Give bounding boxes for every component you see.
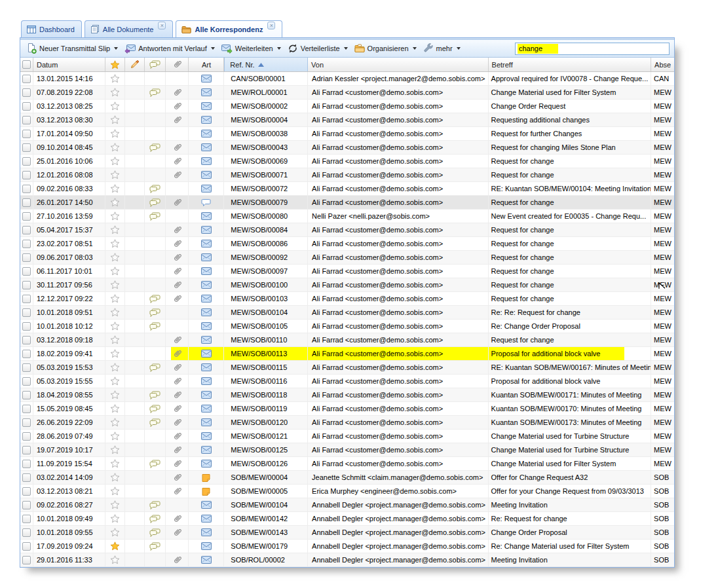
row-checkbox[interactable] (22, 391, 31, 399)
tab-close-icon[interactable]: × (267, 22, 275, 29)
table-row[interactable]: 13.01.2015 14:16CAN/SOB/00001Adrian Kess… (20, 72, 674, 86)
table-row[interactable]: 10.01.2018 10:12MEW/SOB/00105Ali Farrad … (20, 320, 674, 333)
select-all-checkbox[interactable] (22, 60, 31, 69)
row-checkbox[interactable] (22, 528, 31, 537)
row-checkbox[interactable] (22, 226, 31, 234)
row-checkbox[interactable] (22, 350, 31, 358)
star-outline-icon[interactable] (110, 363, 120, 372)
row-checkbox[interactable] (22, 267, 31, 276)
star-outline-icon[interactable] (110, 239, 120, 248)
neuer-transmittal-slip-button[interactable]: Neuer Transmittal Slip (23, 42, 121, 55)
star-outline-icon[interactable] (110, 156, 120, 166)
star-outline-icon[interactable] (110, 445, 120, 454)
header-select-all[interactable] (20, 58, 33, 71)
row-checkbox[interactable] (22, 322, 31, 331)
table-row[interactable]: 09.02.2016 08:27SOB/MEW/00104Annabell De… (20, 498, 674, 512)
star-outline-icon[interactable] (110, 101, 120, 111)
star-outline-icon[interactable] (110, 253, 120, 262)
table-row[interactable]: 18.02.2019 09:41MEW/SOB/00113Ali Farrad … (20, 347, 674, 361)
star-outline-icon[interactable] (110, 418, 120, 427)
row-checkbox[interactable] (22, 171, 31, 179)
dropdown-caret-icon[interactable] (457, 47, 461, 50)
table-row[interactable]: 03.12.2013 08:21SOB/MEW/00005Erica Murph… (20, 485, 674, 498)
star-outline-icon[interactable] (110, 528, 120, 537)
table-row[interactable]: 10.01.2018 09:49SOB/MEW/00142Annabell De… (20, 512, 674, 526)
row-checkbox[interactable] (22, 432, 31, 441)
star-outline-icon[interactable] (110, 211, 120, 221)
star-outline-icon[interactable] (110, 294, 120, 303)
table-row[interactable]: 03.12.2018 09:18MEW/SOB/00110Ali Farrad … (20, 333, 674, 347)
row-checkbox[interactable] (22, 240, 31, 248)
star-outline-icon[interactable] (110, 473, 120, 482)
table-row[interactable]: 30.11.2017 09:56MEW/SOB/00100Ali Farrad … (20, 278, 674, 292)
table-row[interactable]: 26.06.2019 22:09MEW/SOB/00120Ali Farrad … (20, 416, 674, 430)
organisieren-button[interactable]: Organisieren (351, 42, 420, 55)
row-checkbox[interactable] (22, 418, 31, 427)
tab-alle-dokumente[interactable]: Alle Dokumente× (85, 20, 174, 37)
table-row[interactable]: 05.03.2019 15:55MEW/SOB/00116Ali Farrad … (20, 375, 674, 388)
star-outline-icon[interactable] (110, 555, 120, 564)
star-outline-icon[interactable] (110, 266, 120, 276)
table-row[interactable]: 03.02.2014 14:09SOB/MEW/00004Jeanette Sc… (20, 471, 674, 485)
star-outline-icon[interactable] (110, 377, 120, 386)
star-outline-icon[interactable] (110, 74, 120, 83)
table-row[interactable]: 17.09.2019 09:24SOB/MEW/00179Annabell De… (20, 540, 674, 553)
star-outline-icon[interactable] (110, 308, 120, 317)
row-checkbox[interactable] (22, 130, 31, 138)
star-outline-icon[interactable] (110, 198, 120, 207)
row-checkbox[interactable] (22, 198, 31, 207)
header-star[interactable] (105, 58, 125, 71)
table-row[interactable]: 05.04.2017 15:37MEW/SOB/00084Ali Farrad … (20, 223, 674, 237)
row-checkbox[interactable] (22, 460, 31, 468)
table-row[interactable]: 10.01.2018 09:51MEW/SOB/00104Ali Farrad … (20, 306, 674, 320)
table-row[interactable]: 06.11.2017 10:01MEW/SOB/00097Ali Farrad … (20, 265, 674, 278)
star-outline-icon[interactable] (110, 335, 120, 344)
antworten-mit-verlauf-button[interactable]: Antworten mit Verlauf (121, 42, 218, 55)
star-outline-icon[interactable] (110, 225, 120, 234)
row-checkbox[interactable] (22, 295, 31, 303)
star-outline-icon[interactable] (110, 280, 120, 289)
table-row[interactable]: 17.01.2014 09:50MEW/SOB/00038Ali Farrad … (20, 127, 674, 141)
header-absender[interactable]: Abse (651, 58, 674, 71)
table-row[interactable]: 18.04.2019 08:55MEW/SOB/00118Ali Farrad … (20, 388, 674, 402)
table-row[interactable]: 05.03.2019 15:53MEW/SOB/00115Ali Farrad … (20, 361, 674, 375)
table-row[interactable]: 29.01.2016 11:33SOB/ROL/00002Annabell De… (20, 553, 674, 567)
mehr-button[interactable]: mehr (420, 42, 464, 55)
table-row[interactable]: 09.02.2016 08:33MEW/SOB/00072Ali Farrad … (20, 182, 674, 196)
header-ref-nr-sorted[interactable]: Ref. Nr. (224, 58, 308, 71)
row-checkbox[interactable] (22, 308, 31, 317)
row-checkbox[interactable] (22, 405, 31, 413)
dropdown-caret-icon[interactable] (413, 47, 417, 50)
star-outline-icon[interactable] (110, 129, 120, 138)
row-checkbox[interactable] (22, 116, 31, 124)
star-outline-icon[interactable] (110, 404, 120, 413)
table-row[interactable]: 12.01.2016 08:08MEW/SOB/00071Ali Farrad … (20, 168, 674, 182)
row-checkbox[interactable] (22, 212, 31, 221)
star-outline-icon[interactable] (110, 88, 120, 97)
star-outline-icon[interactable] (110, 500, 120, 509)
star-outline-icon[interactable] (110, 322, 120, 331)
row-checkbox[interactable] (22, 185, 31, 193)
table-row[interactable]: 11.09.2019 15:54MEW/SOB/00126Ali Farrad … (20, 457, 674, 471)
verteilerliste-button[interactable]: Verteilerliste (284, 42, 351, 55)
star-outline-icon[interactable] (110, 514, 120, 523)
table-row[interactable]: 12.12.2017 09:22MEW/SOB/00103Ali Farrad … (20, 292, 674, 306)
star-outline-icon[interactable] (110, 432, 120, 441)
dropdown-caret-icon[interactable] (277, 47, 281, 50)
header-betreff[interactable]: Betreff (489, 58, 652, 71)
row-checkbox[interactable] (22, 377, 31, 386)
header-von[interactable]: Von (308, 58, 488, 71)
table-row[interactable]: 19.07.2019 10:17MEW/SOB/00125Ali Farrad … (20, 443, 674, 457)
row-checkbox[interactable] (22, 102, 31, 111)
row-checkbox[interactable] (22, 487, 31, 496)
row-checkbox[interactable] (22, 473, 31, 482)
tab-alle-korrespondenz[interactable]: Alle Korrespondenz× (176, 20, 282, 37)
header-art[interactable]: Art (189, 58, 224, 71)
star-outline-icon[interactable] (110, 390, 120, 399)
table-row[interactable]: 28.06.2019 07:49MEW/SOB/00121Ali Farrad … (20, 430, 674, 443)
table-row[interactable]: 03.12.2013 08:30MEW/SOB/00004Ali Farrad … (20, 113, 674, 127)
row-checkbox[interactable] (22, 281, 31, 289)
row-checkbox[interactable] (22, 501, 31, 509)
dropdown-caret-icon[interactable] (344, 47, 348, 50)
row-checkbox[interactable] (22, 157, 31, 166)
